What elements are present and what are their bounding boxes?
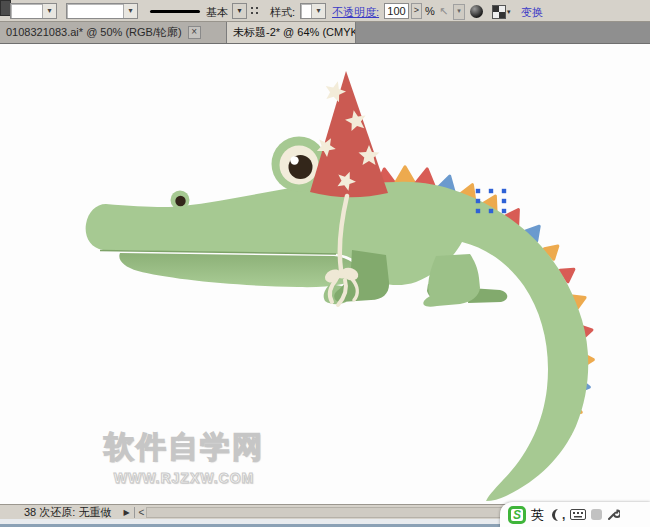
bow-knot[interactable]	[338, 270, 347, 279]
opacity-spinner-button[interactable]: >	[411, 3, 422, 19]
stroke-preview-line	[150, 10, 200, 13]
selection-handle[interactable]	[476, 209, 480, 213]
isolate-selection-icon[interactable]: ↖	[439, 4, 452, 18]
croc-back-spike[interactable]	[396, 167, 414, 182]
transform-link[interactable]: 变换	[521, 5, 543, 20]
divider	[134, 507, 135, 518]
ime-language-toggle[interactable]: 英	[531, 506, 544, 524]
tab-document-1[interactable]: 0108321083.ai* @ 50% (RGB/轮廓) ×	[0, 22, 227, 43]
pointer-dropdown-button[interactable]: ▾	[453, 4, 465, 20]
chevron-down-icon: ▾	[42, 4, 56, 18]
style-dropdown-button[interactable]: ▾	[232, 3, 247, 19]
croc-eye-highlight	[290, 156, 298, 164]
close-icon[interactable]: ×	[188, 26, 201, 39]
document-tab-bar: 0108321083.ai* @ 50% (RGB/轮廓) × 未标题-2* @…	[0, 22, 650, 44]
tab-label: 0108321083.ai* @ 50% (RGB/轮廓)	[6, 25, 182, 40]
selection-handle[interactable]	[502, 189, 506, 193]
selection-handle[interactable]	[476, 189, 480, 193]
selection-handle[interactable]	[489, 189, 493, 193]
selection-handle[interactable]	[489, 209, 493, 213]
dash-pattern-icon	[251, 7, 261, 17]
chevron-down-icon[interactable]: ▾	[507, 8, 511, 16]
moon-icon[interactable]	[549, 508, 561, 522]
style-label: 样式:	[270, 5, 295, 20]
selection-handle[interactable]	[502, 199, 506, 203]
keyboard-icon[interactable]	[570, 509, 586, 520]
brush-definition-select[interactable]: ▾	[66, 3, 138, 19]
illustrator-window: ▾ ▾ 基本 ▾ 样式: ▾ 不透明度: 100 > % ↖ ▾ ▾ 变换 01…	[0, 0, 650, 527]
chevron-down-icon: ▾	[123, 4, 137, 18]
croc-nostril[interactable]	[175, 196, 185, 206]
sogou-ime-bar: S 英 ,	[500, 502, 650, 527]
opacity-input[interactable]: 100	[384, 3, 409, 19]
pattern-options-icon[interactable]	[492, 5, 506, 19]
crocodile-illustration	[0, 44, 650, 504]
chevron-down-icon: ▾	[311, 4, 325, 18]
tab-label: 未标题-2* @ 64% (CMYK/预览)	[233, 25, 356, 40]
graphic-style-basic-label: 基本	[206, 5, 228, 20]
wrench-icon[interactable]	[607, 508, 620, 521]
selection-handle[interactable]	[502, 209, 506, 213]
opacity-link[interactable]: 不透明度:	[332, 5, 379, 20]
tab-document-2[interactable]: 未标题-2* @ 64% (CMYK/预览) ×	[227, 22, 356, 43]
scrollbar-left-arrow[interactable]: <	[139, 507, 145, 518]
percent-label: %	[425, 5, 435, 17]
croc-body[interactable]	[86, 182, 589, 501]
style-select[interactable]: ▾	[300, 3, 326, 19]
punctuation-toggle[interactable]: ,	[562, 508, 565, 522]
selection-handle[interactable]	[476, 199, 480, 203]
control-bar: ▾ ▾ 基本 ▾ 样式: ▾ 不透明度: 100 > % ↖ ▾ ▾ 变换	[0, 0, 650, 22]
width-profile-select[interactable]: ▾	[10, 3, 57, 19]
sogou-logo-icon[interactable]: S	[508, 506, 526, 524]
artboard-canvas[interactable]: 软件自学网 WWW.RJZXW.COM	[0, 44, 650, 504]
skin-icon[interactable]	[591, 509, 602, 520]
recolor-artwork-icon[interactable]	[470, 5, 483, 18]
undo-status-text: 38 次还原: 无重做	[24, 505, 111, 520]
status-flyout-button[interactable]: ▶	[123, 508, 129, 517]
